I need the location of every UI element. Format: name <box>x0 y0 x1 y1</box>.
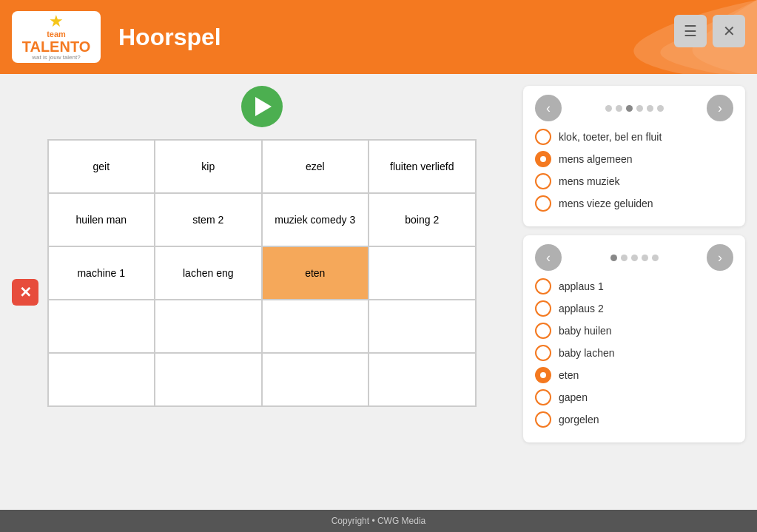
main-content: ✕ geitkipezelfluiten verliefdhuilen mans… <box>0 74 757 510</box>
grid-cell-15[interactable] <box>369 300 476 353</box>
panel2-dot-2 <box>631 255 638 261</box>
panel2-label-1: applaus 2 <box>559 303 604 314</box>
panel1-item-1[interactable]: mens algemeen <box>535 151 733 167</box>
menu-button[interactable]: ☰ <box>674 15 707 47</box>
panel1-item-0[interactable]: klok, toeter, bel en fluit <box>535 129 733 145</box>
panel2-label-6: gorgelen <box>559 414 599 425</box>
logo-talento-text: TALENTO <box>22 39 91 54</box>
panel1-label-3: mens vieze geluiden <box>559 198 653 209</box>
panel2-label-3: baby lachen <box>559 347 615 359</box>
panel1-dots <box>605 105 664 112</box>
panel1-dot-4 <box>647 105 653 112</box>
panel2-radio-3 <box>535 345 551 361</box>
panel2-radio-6 <box>535 411 551 428</box>
panel2-item-5[interactable]: gapen <box>535 389 733 405</box>
footer: Copyright • CWG Media <box>0 510 757 532</box>
grid-cell-19[interactable] <box>369 353 476 406</box>
panel2-dot-1 <box>621 255 628 261</box>
panel1-items: klok, toeter, bel en fluitmens algemeenm… <box>535 129 733 212</box>
grid-cell-13[interactable] <box>155 300 262 353</box>
panel1-dot-5 <box>657 105 664 112</box>
close-button[interactable]: ✕ <box>713 15 745 47</box>
panel1-radio-0 <box>535 129 551 145</box>
grid-cell-5[interactable]: stem 2 <box>155 193 262 246</box>
grid-cell-10[interactable]: eten <box>262 246 369 300</box>
grid-cell-18[interactable] <box>262 353 369 406</box>
panel1-item-3[interactable]: mens vieze geluiden <box>535 195 733 212</box>
panel1-next-button[interactable]: › <box>707 95 733 121</box>
left-panel: ✕ geitkipezelfluiten verliefdhuilen mans… <box>12 86 511 498</box>
panel2-label-4: eten <box>559 369 579 381</box>
grid-cell-11[interactable] <box>369 246 476 300</box>
panel1-prev-button[interactable]: ‹ <box>535 95 562 121</box>
panel2-dot-3 <box>642 255 648 261</box>
category-panel-1: ‹ › klok, toeter, bel en fluitmens algem… <box>523 86 745 226</box>
panel2-next-button[interactable]: › <box>707 244 733 271</box>
logo: ★ team TALENTO wat is jouw talent? <box>12 11 101 63</box>
panel2-dots <box>610 255 659 261</box>
panel2-item-2[interactable]: baby huilen <box>535 323 733 339</box>
right-panel: ‹ › klok, toeter, bel en fluitmens algem… <box>523 86 745 498</box>
grid-cell-4[interactable]: huilen man <box>48 193 155 246</box>
panel2-radio-2 <box>535 323 551 339</box>
panel2-radio-1 <box>535 300 551 317</box>
panel2-radio-0 <box>535 278 551 294</box>
delete-button[interactable]: ✕ <box>12 279 38 306</box>
panel2-item-3[interactable]: baby lachen <box>535 345 733 361</box>
panel1-item-2[interactable]: mens muziek <box>535 173 733 189</box>
panel1-dot-0 <box>605 105 612 112</box>
copyright-text: Copyright • CWG Media <box>332 516 426 526</box>
panel2-label-0: applaus 1 <box>559 280 604 292</box>
grid-cell-17[interactable] <box>155 353 262 406</box>
header: ★ team TALENTO wat is jouw talent? Hoors… <box>0 0 757 74</box>
grid-cell-0[interactable]: geit <box>48 140 155 193</box>
grid-cell-8[interactable]: machine 1 <box>48 246 155 300</box>
panel1-label-1: mens algemeen <box>559 153 633 165</box>
panel1-dot-1 <box>616 105 622 112</box>
panel1-label-2: mens muziek <box>559 175 619 187</box>
panel2-dot-0 <box>610 255 617 261</box>
play-button[interactable] <box>241 86 283 127</box>
panel1-dot-2 <box>626 105 633 112</box>
grid-cell-14[interactable] <box>262 300 369 353</box>
grid-cell-12[interactable] <box>48 300 155 353</box>
page-title: Hoorspel <box>118 24 221 51</box>
grid-cell-9[interactable]: lachen eng <box>155 246 262 300</box>
grid-cell-7[interactable]: boing 2 <box>369 193 476 246</box>
panel2-item-6[interactable]: gorgelen <box>535 411 733 428</box>
logo-star-icon: ★ <box>49 13 64 30</box>
panel1-radio-3 <box>535 195 551 212</box>
grid-cell-16[interactable] <box>48 353 155 406</box>
panel1-radio-2 <box>535 173 551 189</box>
panel1-radio-1 <box>535 151 551 167</box>
panel2-item-4[interactable]: eten <box>535 367 733 383</box>
grid-cell-1[interactable]: kip <box>155 140 262 193</box>
panel2-item-0[interactable]: applaus 1 <box>535 278 733 294</box>
category-panel-2: ‹ › applaus 1applaus 2baby huilenbaby la… <box>523 235 745 442</box>
panel2-nav: ‹ › <box>535 244 733 271</box>
panel2-radio-4 <box>535 367 551 383</box>
panel2-label-2: baby huilen <box>559 325 612 337</box>
panel2-item-1[interactable]: applaus 2 <box>535 300 733 317</box>
logo-tagline-text: wat is jouw talent? <box>32 54 80 61</box>
panel2-label-5: gapen <box>559 391 588 403</box>
panel1-label-0: klok, toeter, bel en fluit <box>559 131 662 143</box>
panel2-dot-4 <box>652 255 659 261</box>
sound-grid: geitkipezelfluiten verliefdhuilen manste… <box>47 139 477 407</box>
panel2-prev-button[interactable]: ‹ <box>535 244 562 271</box>
logo-team-text: team <box>47 30 66 38</box>
panel1-nav: ‹ › <box>535 95 733 121</box>
panel2-items: applaus 1applaus 2baby huilenbaby lachen… <box>535 278 733 428</box>
panel1-dot-3 <box>636 105 643 112</box>
header-buttons: ☰ ✕ <box>674 15 745 47</box>
grid-cell-2[interactable]: ezel <box>262 140 369 193</box>
grid-cell-3[interactable]: fluiten verliefd <box>369 140 476 193</box>
panel2-radio-5 <box>535 389 551 405</box>
grid-cell-6[interactable]: muziek comedy 3 <box>262 193 369 246</box>
